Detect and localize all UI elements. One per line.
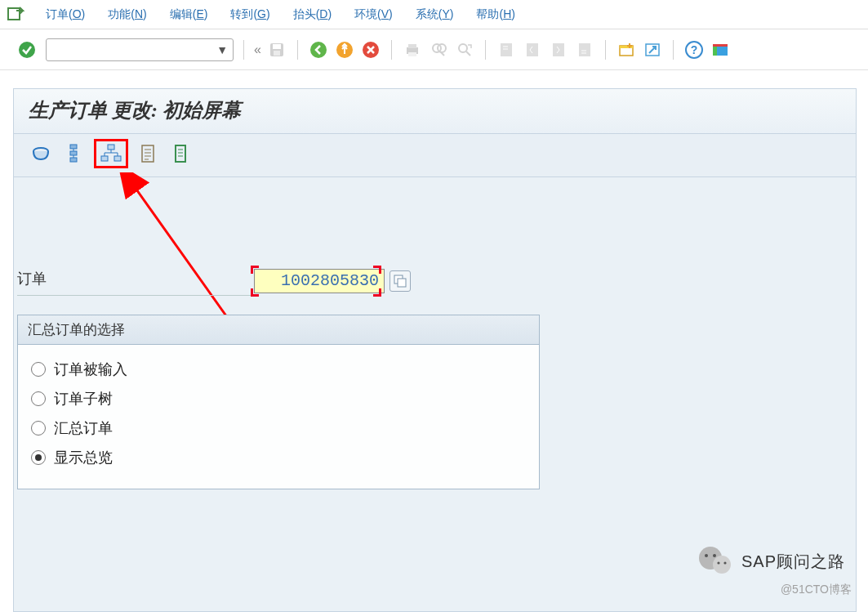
svg-rect-29: [70, 158, 77, 162]
menu-function[interactable]: 功能(N): [108, 7, 146, 22]
svg-point-42: [717, 561, 719, 564]
menu-header[interactable]: 抬头(D): [293, 7, 332, 22]
svg-rect-9: [408, 44, 416, 48]
header-icon[interactable]: [29, 141, 53, 166]
help-icon[interactable]: ?: [683, 39, 705, 60]
menu-env[interactable]: 环境(V): [354, 7, 393, 22]
app-toolbar: [14, 134, 856, 177]
svg-point-1: [19, 42, 35, 58]
list-icon[interactable]: [169, 141, 194, 166]
radio-order-entered[interactable]: 订单被输入: [31, 355, 526, 384]
svg-rect-16: [553, 43, 564, 56]
form-area: 订单 汇总订单的选择 订单被输入 订单子树 汇总订单 显示总览: [14, 177, 856, 259]
shortcut-icon[interactable]: [642, 39, 663, 60]
menubar: 订单(O) 功能(N) 编辑(E) 转到(G) 抬头(D) 环境(V) 系统(Y…: [0, 0, 868, 29]
watermark-text: @51CTO博客: [781, 583, 852, 597]
svg-rect-24: [713, 44, 728, 47]
radio-show-overview[interactable]: 显示总览: [31, 443, 526, 472]
main-panel: 生产订单 更改: 初始屏幕 订单: [13, 88, 857, 612]
hierarchy-icon[interactable]: [99, 141, 123, 166]
new-session-icon[interactable]: [616, 39, 637, 60]
search-help-button[interactable]: [389, 270, 411, 292]
svg-point-43: [723, 561, 726, 564]
history-back-icon[interactable]: «: [254, 42, 261, 57]
print-icon: [402, 39, 423, 60]
find-next-icon: [454, 39, 475, 60]
svg-rect-34: [176, 145, 185, 162]
selection-groupbox: 汇总订单的选择 订单被输入 订单子树 汇总订单 显示总览: [17, 315, 540, 489]
svg-rect-37: [398, 279, 406, 287]
find-icon: [428, 39, 449, 60]
svg-rect-32: [114, 156, 121, 161]
next-page-icon: [548, 39, 569, 60]
svg-rect-27: [70, 145, 77, 149]
save-icon: [266, 39, 287, 60]
badge-text: SAP顾问之路: [741, 551, 845, 573]
prev-page-icon: [522, 39, 543, 60]
menu-goto[interactable]: 转到(G): [230, 7, 269, 22]
svg-rect-10: [408, 52, 416, 56]
enter-icon[interactable]: [16, 39, 38, 60]
wechat-icon: [697, 545, 733, 578]
order-label: 订单: [17, 266, 254, 296]
svg-rect-4: [274, 51, 280, 56]
radio-order-subtree[interactable]: 订单子树: [31, 384, 526, 413]
svg-text:?: ?: [691, 43, 698, 56]
operations-icon[interactable]: [61, 141, 86, 166]
window-menu-icon[interactable]: [7, 7, 24, 23]
svg-rect-25: [713, 47, 717, 56]
dropdown-arrow-icon[interactable]: ▼: [216, 43, 228, 56]
svg-point-41: [713, 554, 716, 557]
radio-collective-order[interactable]: 汇总订单: [31, 413, 526, 443]
menu-system[interactable]: 系统(Y): [416, 7, 454, 22]
svg-point-39: [713, 556, 731, 574]
last-page-icon: [574, 39, 595, 60]
svg-rect-3: [273, 44, 281, 49]
svg-rect-31: [101, 156, 108, 161]
menu-edit[interactable]: 编辑(E): [170, 7, 208, 22]
command-field[interactable]: ▼: [46, 38, 234, 61]
cancel-icon[interactable]: [360, 39, 381, 60]
menu-help[interactable]: 帮助(H): [476, 7, 514, 22]
svg-rect-15: [527, 43, 538, 56]
svg-rect-14: [501, 43, 512, 56]
page-title: 生产订单 更改: 初始屏幕: [14, 89, 856, 134]
standard-toolbar: ▼ « ?: [0, 29, 868, 70]
order-input[interactable]: [254, 269, 385, 293]
svg-rect-17: [579, 43, 590, 56]
annotation-highlight-box: [94, 139, 128, 168]
svg-rect-30: [108, 145, 114, 150]
back-icon[interactable]: [308, 39, 329, 60]
menu-order[interactable]: 订单(O): [46, 7, 85, 22]
wechat-badge: SAP顾问之路: [697, 545, 845, 578]
svg-rect-28: [70, 151, 77, 155]
groupbox-title: 汇总订单的选择: [18, 315, 539, 345]
first-page-icon: [496, 39, 517, 60]
svg-point-5: [310, 42, 327, 58]
document-icon[interactable]: [136, 141, 161, 166]
exit-icon[interactable]: [334, 39, 355, 60]
svg-point-13: [459, 44, 467, 52]
order-field-row: 订单: [17, 266, 859, 296]
layout-icon[interactable]: [710, 39, 731, 60]
svg-point-40: [705, 554, 708, 557]
